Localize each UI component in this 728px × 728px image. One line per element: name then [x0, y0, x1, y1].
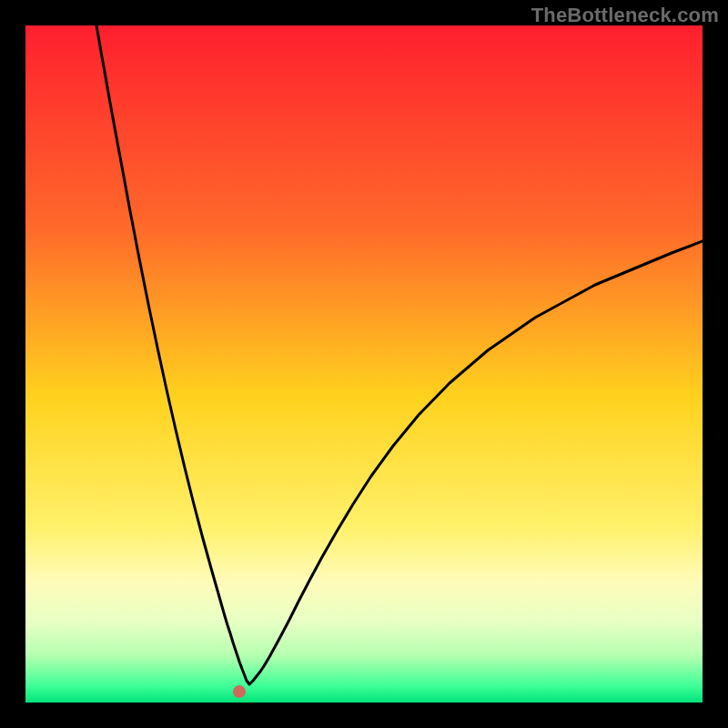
min-point-marker: [233, 685, 246, 698]
chart-frame: TheBottleneck.com: [0, 0, 728, 728]
gradient-background: [25, 25, 703, 703]
watermark-text: TheBottleneck.com: [531, 4, 719, 27]
plot-area: [25, 25, 703, 703]
chart-svg: [25, 25, 703, 703]
